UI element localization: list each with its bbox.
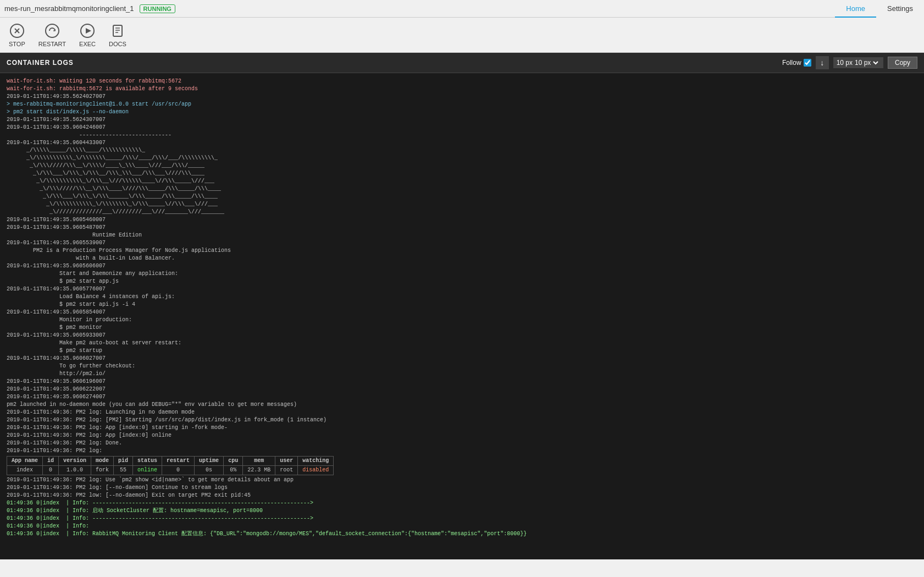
log-line: _\/\\\___\/\\\_\/\\\______\/\\\_____/\\\… <box>7 193 917 201</box>
log-line: Monitor in production: <box>7 316 917 324</box>
exec-icon <box>80 23 95 39</box>
title-bar: mes-run_mesrabbitmqmonitoringclient_1 RU… <box>0 0 924 18</box>
follow-control: Follow <box>782 59 811 67</box>
log-line: PM2 is a Production Process Manager for … <box>7 247 917 255</box>
log-line: with a built-in Load Balancer. <box>7 255 917 262</box>
log-line: 2019-01-11T01:49:36: PM2 log: <box>7 447 917 455</box>
scroll-down-button[interactable]: ↓ <box>816 56 829 69</box>
logs-title: CONTAINER LOGS <box>7 59 74 67</box>
log-line: 2019-01-11T01:49:36: PM2 log: [--no-daem… <box>7 484 917 492</box>
log-line: _/\\\\\_____/\\\\\____/\\\\\\\\\\\\_ <box>7 147 917 155</box>
log-line: 2019-01-11T01:49:35.5624027007 <box>7 93 917 101</box>
log-line: _\/\\\\\\\\\\\_\/\\\__\///\\\\\\____\//\… <box>7 178 917 185</box>
log-line: 2019-01-11T01:49:36: PM2 log: App [index… <box>7 432 917 439</box>
log-line: _\//////////////___\////////___\///_____… <box>7 208 917 216</box>
log-line: 2019-01-11T01:49:35.9606222007 <box>7 386 917 393</box>
toolbar-stop[interactable]: STOP <box>9 23 25 47</box>
log-line: > pm2 start dist/index.js --no-daemon <box>7 108 917 116</box>
log-line: 2019-01-11T01:49:35.9605460007 <box>7 216 917 224</box>
log-line: 01:49:36 0|index | Info: <box>7 523 917 530</box>
svg-point-3 <box>46 24 59 37</box>
logs-header: CONTAINER LOGS Follow ↓ 10 px 8 px 10 px… <box>0 53 924 73</box>
log-line: Load Balance 4 instances of api.js: <box>7 293 917 301</box>
log-line: $ pm2 startup <box>7 347 917 355</box>
log-line: Make pm2 auto-boot at server restart: <box>7 339 917 347</box>
window-title: mes-run_mesrabbitmqmonitoringclient_1 <box>4 4 134 13</box>
log-line: _\/\\\\\\\\\\\_\/\\\\\\\_____/\\\/____/\… <box>7 155 917 162</box>
log-line: wait-for-it.sh: rabbitmq:5672 is availab… <box>7 85 917 93</box>
svg-marker-5 <box>86 28 91 34</box>
log-line: 2019-01-11T01:49:35.9605933007 <box>7 332 917 339</box>
log-line: ---------------------------- <box>7 131 917 139</box>
log-line: $ pm2 start app.js <box>7 278 917 285</box>
log-line: 2019-01-11T01:49:35.9606274007 <box>7 393 917 401</box>
log-line: 2019-01-11T01:49:36: PM2 log: Launching … <box>7 409 917 416</box>
log-line: 2019-01-11T01:49:35.9605539007 <box>7 239 917 247</box>
title-bar-left: mes-run_mesrabbitmqmonitoringclient_1 RU… <box>4 4 175 13</box>
follow-checkbox[interactable] <box>804 59 811 67</box>
stop-label: STOP <box>9 41 25 47</box>
top-nav: Home Settings <box>835 0 924 18</box>
log-line: 2019-01-11T01:49:35.9604246007 <box>7 124 917 131</box>
log-line: > mes-rabbitmq-monitoringclient@1.0.0 st… <box>7 101 917 108</box>
toolbar-exec[interactable]: EXEC <box>79 23 96 47</box>
restart-icon <box>45 23 60 39</box>
font-size-value: 10 px <box>837 59 853 67</box>
docs-icon <box>110 23 125 39</box>
logs-section: CONTAINER LOGS Follow ↓ 10 px 8 px 10 px… <box>0 53 924 559</box>
pm2-table: App nameidversionmodepidstatusrestartupt… <box>7 456 334 475</box>
copy-button[interactable]: Copy <box>888 57 917 69</box>
log-line: 2019-01-11T01:49:35.9605776007 <box>7 285 917 293</box>
log-line: 01:49:36 0|index | Info: 启动 SocketCluste… <box>7 507 917 515</box>
toolbar-restart[interactable]: RESTART <box>38 23 66 47</box>
log-line: Start and Daemonize any application: <box>7 270 917 278</box>
log-line: 01:49:36 0|index | Info: ---------------… <box>7 499 917 507</box>
stop-icon <box>9 23 25 39</box>
follow-label: Follow <box>782 59 801 67</box>
log-line: 2019-01-11T01:49:36: PM2 low: [--no-daem… <box>7 492 917 499</box>
log-line: To go further checkout: <box>7 362 917 370</box>
log-line: _\/\\\___\/\\\_\/\\\__/\\\_\\\___/\\\___… <box>7 170 917 178</box>
log-line: 2019-01-11T01:49:35.9605606007 <box>7 262 917 270</box>
log-line: 2019-01-11T01:49:35.9604433007 <box>7 139 917 147</box>
exec-label: EXEC <box>79 41 96 47</box>
log-line: 2019-01-11T01:49:36: PM2 log: App [index… <box>7 424 917 432</box>
log-content[interactable]: wait-for-it.sh: waiting 120 seconds for … <box>0 73 924 559</box>
log-line: 2019-01-11T01:49:35.9606196007 <box>7 378 917 386</box>
font-size-dropdown[interactable]: 8 px 10 px 12 px 14 px <box>853 58 880 67</box>
log-line: 2019-01-11T01:49:35.9605487007 <box>7 224 917 232</box>
log-line: Runtime Edition <box>7 232 917 239</box>
tab-home[interactable]: Home <box>835 0 876 18</box>
log-line: 2019-01-11T01:49:36: PM2 log: Use `pm2 s… <box>7 476 917 484</box>
log-line: 2019-01-11T01:49:36: PM2 log: Done. <box>7 439 917 447</box>
logs-wrapper: wait-for-it.sh: waiting 120 seconds for … <box>0 73 924 559</box>
log-line: wait-for-it.sh: waiting 120 seconds for … <box>7 78 917 85</box>
logs-controls: Follow ↓ 10 px 8 px 10 px 12 px 14 px Co… <box>782 56 917 69</box>
log-line: $ pm2 monitor <box>7 324 917 332</box>
log-line: 2019-01-11T01:49:35.5624307007 <box>7 116 917 124</box>
log-line: http://pm2.io/ <box>7 370 917 378</box>
log-line: 2019-01-11T01:49:35.9605854007 <box>7 309 917 316</box>
font-size-control: 10 px 8 px 10 px 12 px 14 px <box>833 57 883 68</box>
log-line: $ pm2 start api.js -i 4 <box>7 301 917 309</box>
log-line: 2019-01-11T01:49:36: PM2 log: [PM2] Star… <box>7 416 917 424</box>
log-line: 01:49:36 0|index | Info: RabbitMQ Monito… <box>7 530 917 538</box>
tab-settings[interactable]: Settings <box>876 0 924 18</box>
docs-label: DOCS <box>109 41 126 47</box>
log-line: _\/\\\/////\\\__\/\\\\/____\_\\\____\///… <box>7 162 917 170</box>
toolbar-docs[interactable]: DOCS <box>109 23 126 47</box>
log-line: pm2 launched in no-daemon mode (you can … <box>7 401 917 409</box>
log-line: 01:49:36 0|index | Info: ---------------… <box>7 515 917 523</box>
status-badge: RUNNING <box>140 4 175 13</box>
log-line: 2019-01-11T01:49:35.9606027007 <box>7 355 917 362</box>
log-line: _\/\\\/////\\\__\/\\\____\////\\\_____/\… <box>7 185 917 193</box>
log-line: _\/\\\\\\\\\\\_\/\\\\\\\\_\/\\\_____\//\… <box>7 201 917 208</box>
restart-label: RESTART <box>38 41 66 47</box>
toolbar: STOP RESTART EXEC DOCS <box>0 18 924 53</box>
svg-rect-6 <box>113 25 122 36</box>
